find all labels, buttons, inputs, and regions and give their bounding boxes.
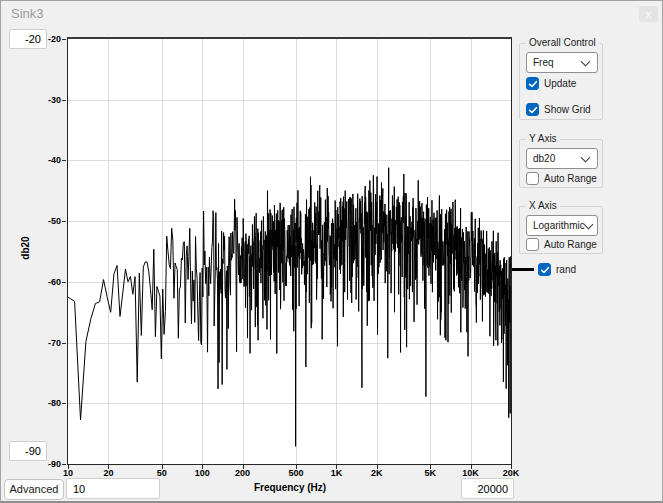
legend: rand <box>512 263 576 276</box>
overall-control-dropdown[interactable]: Freq <box>526 52 598 73</box>
close-icon[interactable]: x <box>639 6 658 22</box>
legend-line-swatch <box>512 268 534 271</box>
overall-control-dropdown-value: Freq <box>533 57 554 68</box>
overall-control-group-title: Overall Control <box>526 37 599 48</box>
checkmark-icon <box>526 172 539 185</box>
legend-rand-checkbox[interactable]: rand <box>538 263 576 276</box>
checkmark-icon <box>538 263 551 276</box>
chevron-down-icon <box>581 56 591 66</box>
x-tick-label: 5K <box>424 468 436 478</box>
x-tick-label: 50 <box>157 468 167 478</box>
y-auto-range-checkbox[interactable]: Auto Range <box>526 172 597 185</box>
checkmark-icon <box>526 103 539 116</box>
plot-frame <box>67 37 512 465</box>
x-axis-dropdown-value: Logarithmic <box>533 220 585 231</box>
y-tick-label: -50 <box>31 216 61 226</box>
y-tick-label: -70 <box>31 338 61 348</box>
x-tick-label: 1K <box>331 468 343 478</box>
y-tick-label: -30 <box>31 95 61 105</box>
checkmark-icon <box>526 77 539 90</box>
y-tick-mark <box>62 221 66 222</box>
y-axis-dropdown[interactable]: db20 <box>526 148 598 169</box>
x-auto-range-checkbox-label: Auto Range <box>544 239 597 250</box>
show-grid-checkbox[interactable]: Show Grid <box>526 103 591 116</box>
legend-rand-label: rand <box>556 264 576 275</box>
x-axis-group: X Axis Logarithmic Auto Range <box>519 206 603 254</box>
x-axis-title: Frequency (Hz) <box>254 482 326 493</box>
y-axis-group: Y Axis db20 Auto Range <box>519 139 603 188</box>
y-tick-mark <box>62 464 66 465</box>
y-axis-group-title: Y Axis <box>526 133 560 144</box>
x-axis-dropdown[interactable]: Logarithmic <box>526 215 598 236</box>
x-tick-label: 20K <box>503 468 520 478</box>
sink3-window: Sink3 x Advanced 1020501002005001K2K5K10… <box>0 0 663 503</box>
title-bar[interactable]: Sink3 x <box>1 1 662 25</box>
window-title: Sink3 <box>11 6 44 21</box>
y-tick-label: -80 <box>31 398 61 408</box>
chevron-down-icon <box>583 219 593 229</box>
y-tick-mark <box>62 160 66 161</box>
x-tick-label: 100 <box>195 468 210 478</box>
y-tick-label: -60 <box>31 277 61 287</box>
advanced-button[interactable]: Advanced <box>4 479 64 500</box>
x-axis-group-title: X Axis <box>526 200 560 211</box>
x-tick-label: 500 <box>288 468 303 478</box>
y-tick-mark <box>62 39 66 40</box>
y-axis-dropdown-value: db20 <box>533 153 555 164</box>
y-tick-mark <box>62 100 66 101</box>
update-checkbox[interactable]: Update <box>526 77 576 90</box>
x-min-input[interactable] <box>66 478 160 499</box>
spectrum-plot-canvas[interactable] <box>68 39 511 464</box>
y-tick-label: -20 <box>31 34 61 44</box>
show-grid-checkbox-label: Show Grid <box>544 104 591 115</box>
x-tick-label: 200 <box>235 468 250 478</box>
chevron-down-icon <box>581 152 591 162</box>
y-tick-mark <box>62 282 66 283</box>
x-auto-range-checkbox[interactable]: Auto Range <box>526 238 597 251</box>
y-min-input[interactable] <box>9 441 47 461</box>
x-tick-label: 10K <box>462 468 479 478</box>
overall-control-group: Overall Control Freq Update Show Grid <box>519 43 603 120</box>
x-max-input[interactable] <box>461 478 514 499</box>
update-checkbox-label: Update <box>544 78 576 89</box>
y-tick-mark <box>62 403 66 404</box>
y-tick-label: -40 <box>31 155 61 165</box>
y-tick-mark <box>62 343 66 344</box>
checkmark-icon <box>526 238 539 251</box>
x-tick-label: 10 <box>63 468 73 478</box>
y-auto-range-checkbox-label: Auto Range <box>544 173 597 184</box>
x-tick-label: 20 <box>103 468 113 478</box>
y-tick-label: -90 <box>31 459 61 469</box>
x-tick-label: 2K <box>371 468 383 478</box>
y-axis-title: db20 <box>20 236 31 259</box>
